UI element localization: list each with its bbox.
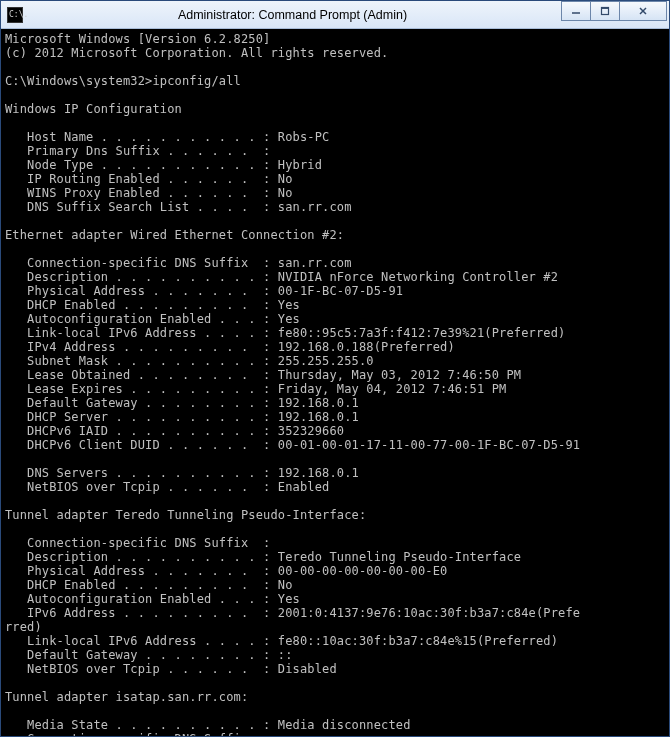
terminal-output[interactable]: Microsoft Windows [Version 6.2.8250] (c)… — [1, 29, 669, 736]
window-controls — [562, 1, 667, 21]
minimize-button[interactable] — [561, 1, 591, 21]
close-button[interactable] — [619, 1, 667, 21]
maximize-button[interactable] — [590, 1, 620, 21]
window-title: Administrator: Command Prompt (Admin) — [23, 8, 562, 22]
command-prompt-window: C:\. Administrator: Command Prompt (Admi… — [0, 0, 670, 737]
titlebar[interactable]: C:\. Administrator: Command Prompt (Admi… — [1, 1, 669, 29]
cmd-icon: C:\. — [7, 7, 23, 23]
